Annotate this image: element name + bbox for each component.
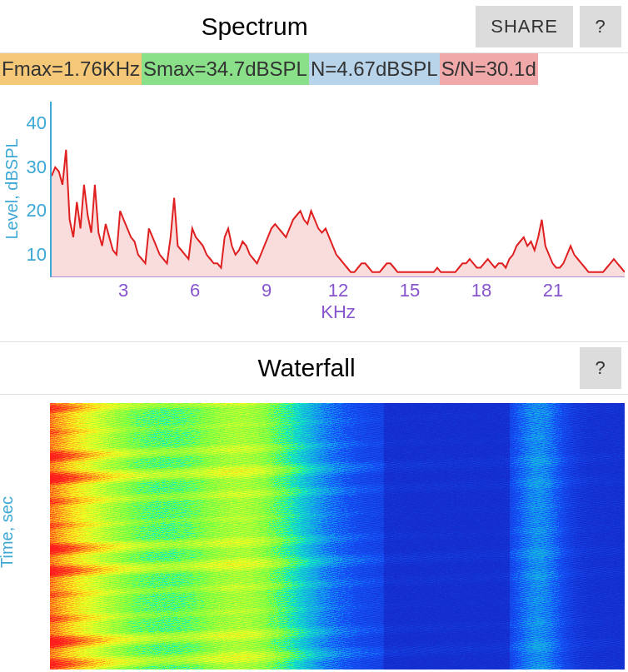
spectrum-ytick: 40 (27, 112, 52, 134)
spectrum-ylabel: Level, dBSPL (2, 138, 22, 239)
spectrum-xtick: 9 (262, 280, 272, 301)
spectrum-ytick: 10 (27, 244, 52, 266)
spectrum-xtick: 12 (328, 280, 348, 301)
spectrum-xtick: 18 (471, 280, 491, 301)
stat-smax: Smax=34.7dBSPL (142, 53, 309, 85)
spectrum-xtick: 15 (400, 280, 420, 301)
spectrum-help-button[interactable]: ? (580, 6, 621, 47)
waterfall-help-button[interactable]: ? (580, 347, 621, 389)
spectrum-title: Spectrum (40, 12, 469, 41)
spectrum-chart[interactable]: Level, dBSPL KHz 1020304036912151821 (0, 85, 628, 335)
stat-noise: N=4.67dBSPL (309, 53, 440, 85)
spectrum-xtick: 3 (118, 280, 128, 301)
spectrum-xtick: 21 (543, 280, 563, 301)
spectrum-xlabel: KHz (321, 301, 356, 323)
spectrum-ytick: 20 (27, 200, 52, 222)
spectrum-xtick: 6 (190, 280, 200, 301)
waterfall-ylabel: Time, sec (0, 496, 17, 568)
waterfall-header: Waterfall ? (0, 341, 628, 395)
waterfall-title: Waterfall (40, 354, 573, 382)
spectrum-header: Spectrum SHARE ? (0, 0, 628, 53)
waterfall-chart[interactable]: Time, sec 1529435771 (0, 395, 628, 670)
stat-snr: S/N=30.1d (440, 53, 538, 85)
spectrum-ytick: 30 (27, 157, 52, 178)
stat-fmax: Fmax=1.76KHz (0, 53, 142, 85)
spectrum-stats-row: Fmax=1.76KHz Smax=34.7dBSPL N=4.67dBSPL … (0, 53, 628, 85)
share-button[interactable]: SHARE (476, 6, 573, 47)
